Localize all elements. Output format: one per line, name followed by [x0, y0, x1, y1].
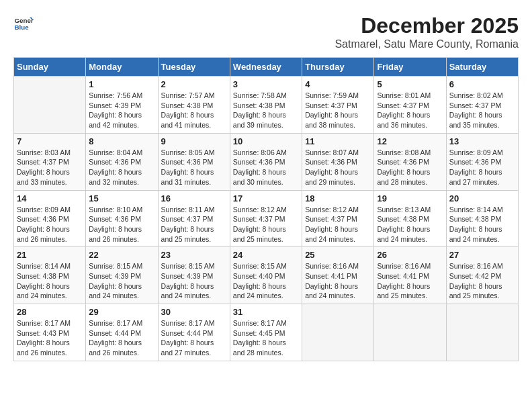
day-info: Sunrise: 8:02 AM Sunset: 4:37 PM Dayligh… [449, 91, 515, 130]
calendar-week-row: 28Sunrise: 8:17 AM Sunset: 4:43 PM Dayli… [14, 304, 519, 361]
day-info: Sunrise: 8:16 AM Sunset: 4:41 PM Dayligh… [377, 261, 443, 301]
calendar-week-row: 14Sunrise: 8:09 AM Sunset: 4:36 PM Dayli… [14, 190, 519, 247]
table-row: 24Sunrise: 8:15 AM Sunset: 4:40 PM Dayli… [230, 247, 302, 304]
svg-text:Blue: Blue [15, 24, 30, 31]
day-info: Sunrise: 8:07 AM Sunset: 4:36 PM Dayligh… [305, 148, 371, 187]
table-row: 6Sunrise: 8:02 AM Sunset: 4:37 PM Daylig… [446, 77, 518, 134]
logo-icon: General Blue [13, 13, 34, 34]
table-row [302, 304, 374, 361]
header-sunday: Sunday [14, 58, 86, 77]
day-number: 16 [161, 193, 227, 203]
table-row: 8Sunrise: 8:04 AM Sunset: 4:36 PM Daylig… [86, 133, 158, 190]
table-row: 12Sunrise: 8:08 AM Sunset: 4:36 PM Dayli… [374, 133, 446, 190]
day-info: Sunrise: 7:58 AM Sunset: 4:38 PM Dayligh… [233, 91, 299, 130]
day-number: 15 [89, 193, 154, 203]
day-info: Sunrise: 8:15 AM Sunset: 4:39 PM Dayligh… [161, 261, 227, 301]
table-row [374, 304, 446, 361]
day-number: 11 [305, 136, 371, 146]
day-number: 2 [161, 79, 227, 89]
day-number: 12 [377, 136, 443, 146]
day-info: Sunrise: 8:15 AM Sunset: 4:40 PM Dayligh… [233, 261, 299, 301]
table-row: 1Sunrise: 7:56 AM Sunset: 4:39 PM Daylig… [86, 77, 158, 134]
table-row: 14Sunrise: 8:09 AM Sunset: 4:36 PM Dayli… [14, 190, 86, 247]
table-row: 31Sunrise: 8:17 AM Sunset: 4:45 PM Dayli… [230, 304, 302, 361]
calendar-header-row: Sunday Monday Tuesday Wednesday Thursday… [14, 58, 519, 77]
calendar-week-row: 21Sunrise: 8:14 AM Sunset: 4:38 PM Dayli… [14, 247, 519, 304]
calendar-week-row: 7Sunrise: 8:03 AM Sunset: 4:37 PM Daylig… [14, 133, 519, 190]
day-info: Sunrise: 8:09 AM Sunset: 4:36 PM Dayligh… [17, 205, 83, 244]
header-thursday: Thursday [302, 58, 374, 77]
day-info: Sunrise: 7:57 AM Sunset: 4:38 PM Dayligh… [161, 91, 227, 130]
page-header: General Blue December 2025 Satmarel, Sat… [13, 13, 519, 50]
day-info: Sunrise: 7:56 AM Sunset: 4:39 PM Dayligh… [89, 91, 154, 130]
day-number: 20 [449, 193, 515, 203]
day-info: Sunrise: 7:59 AM Sunset: 4:37 PM Dayligh… [305, 91, 371, 130]
day-info: Sunrise: 8:11 AM Sunset: 4:37 PM Dayligh… [161, 205, 227, 244]
table-row: 15Sunrise: 8:10 AM Sunset: 4:36 PM Dayli… [86, 190, 158, 247]
table-row: 27Sunrise: 8:16 AM Sunset: 4:42 PM Dayli… [446, 247, 518, 304]
day-info: Sunrise: 8:03 AM Sunset: 4:37 PM Dayligh… [17, 148, 83, 187]
day-number: 21 [17, 250, 83, 260]
table-row: 22Sunrise: 8:15 AM Sunset: 4:39 PM Dayli… [86, 247, 158, 304]
day-number: 7 [17, 136, 83, 146]
day-number: 14 [17, 193, 83, 203]
table-row: 11Sunrise: 8:07 AM Sunset: 4:36 PM Dayli… [302, 133, 374, 190]
table-row: 13Sunrise: 8:09 AM Sunset: 4:36 PM Dayli… [446, 133, 518, 190]
day-info: Sunrise: 8:14 AM Sunset: 4:38 PM Dayligh… [17, 261, 83, 301]
day-number: 5 [377, 79, 443, 89]
day-number: 24 [233, 250, 299, 260]
calendar-title: December 2025 [335, 13, 519, 38]
day-info: Sunrise: 8:06 AM Sunset: 4:36 PM Dayligh… [233, 148, 299, 187]
day-number: 22 [89, 250, 154, 260]
table-row: 18Sunrise: 8:12 AM Sunset: 4:37 PM Dayli… [302, 190, 374, 247]
day-number: 1 [89, 79, 154, 89]
day-info: Sunrise: 8:04 AM Sunset: 4:36 PM Dayligh… [89, 148, 154, 187]
day-info: Sunrise: 8:08 AM Sunset: 4:36 PM Dayligh… [377, 148, 443, 187]
table-row: 16Sunrise: 8:11 AM Sunset: 4:37 PM Dayli… [158, 190, 230, 247]
table-row: 3Sunrise: 7:58 AM Sunset: 4:38 PM Daylig… [230, 77, 302, 134]
table-row: 26Sunrise: 8:16 AM Sunset: 4:41 PM Dayli… [374, 247, 446, 304]
day-number: 23 [161, 250, 227, 260]
header-monday: Monday [86, 58, 158, 77]
day-number: 10 [233, 136, 299, 146]
header-friday: Friday [374, 58, 446, 77]
day-info: Sunrise: 8:13 AM Sunset: 4:38 PM Dayligh… [377, 205, 443, 244]
day-number: 17 [233, 193, 299, 203]
day-info: Sunrise: 8:14 AM Sunset: 4:38 PM Dayligh… [449, 205, 515, 244]
day-number: 26 [377, 250, 443, 260]
header-saturday: Saturday [446, 58, 518, 77]
day-number: 9 [161, 136, 227, 146]
day-number: 4 [305, 79, 371, 89]
calendar-table: Sunday Monday Tuesday Wednesday Thursday… [13, 57, 519, 361]
calendar-subtitle: Satmarel, Satu Mare County, Romania [335, 38, 519, 50]
table-row [14, 77, 86, 134]
table-row: 9Sunrise: 8:05 AM Sunset: 4:36 PM Daylig… [158, 133, 230, 190]
day-number: 27 [449, 250, 515, 260]
day-info: Sunrise: 8:10 AM Sunset: 4:36 PM Dayligh… [89, 205, 154, 244]
table-row: 30Sunrise: 8:17 AM Sunset: 4:44 PM Dayli… [158, 304, 230, 361]
day-number: 3 [233, 79, 299, 89]
table-row: 7Sunrise: 8:03 AM Sunset: 4:37 PM Daylig… [14, 133, 86, 190]
day-info: Sunrise: 8:09 AM Sunset: 4:36 PM Dayligh… [449, 148, 515, 187]
day-number: 31 [233, 307, 299, 317]
day-number: 29 [89, 307, 154, 317]
table-row: 4Sunrise: 7:59 AM Sunset: 4:37 PM Daylig… [302, 77, 374, 134]
table-row: 19Sunrise: 8:13 AM Sunset: 4:38 PM Dayli… [374, 190, 446, 247]
table-row [446, 304, 518, 361]
table-row: 17Sunrise: 8:12 AM Sunset: 4:37 PM Dayli… [230, 190, 302, 247]
day-number: 19 [377, 193, 443, 203]
day-number: 8 [89, 136, 154, 146]
day-info: Sunrise: 8:17 AM Sunset: 4:45 PM Dayligh… [233, 318, 299, 358]
day-number: 28 [17, 307, 83, 317]
day-info: Sunrise: 8:12 AM Sunset: 4:37 PM Dayligh… [305, 205, 371, 244]
table-row: 10Sunrise: 8:06 AM Sunset: 4:36 PM Dayli… [230, 133, 302, 190]
day-number: 25 [305, 250, 371, 260]
header-wednesday: Wednesday [230, 58, 302, 77]
day-info: Sunrise: 8:16 AM Sunset: 4:42 PM Dayligh… [449, 261, 515, 301]
day-info: Sunrise: 8:16 AM Sunset: 4:41 PM Dayligh… [305, 261, 371, 301]
day-info: Sunrise: 8:17 AM Sunset: 4:44 PM Dayligh… [89, 318, 154, 358]
day-info: Sunrise: 8:01 AM Sunset: 4:37 PM Dayligh… [377, 91, 443, 130]
logo: General Blue [13, 13, 34, 34]
day-info: Sunrise: 8:05 AM Sunset: 4:36 PM Dayligh… [161, 148, 227, 187]
table-row: 28Sunrise: 8:17 AM Sunset: 4:43 PM Dayli… [14, 304, 86, 361]
